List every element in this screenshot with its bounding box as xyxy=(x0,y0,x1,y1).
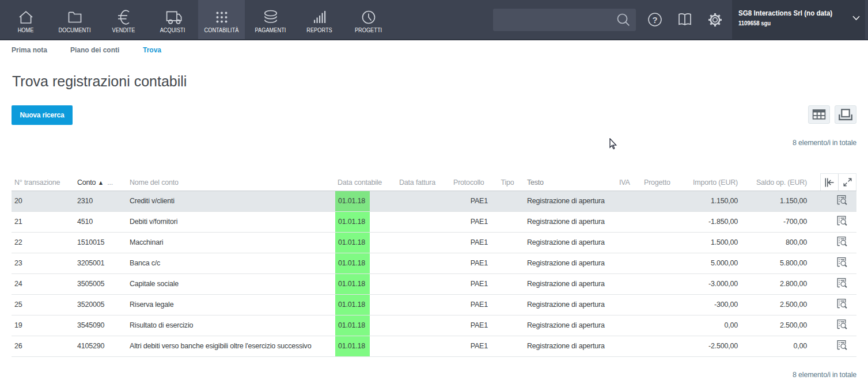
svg-text:?: ? xyxy=(652,15,657,25)
